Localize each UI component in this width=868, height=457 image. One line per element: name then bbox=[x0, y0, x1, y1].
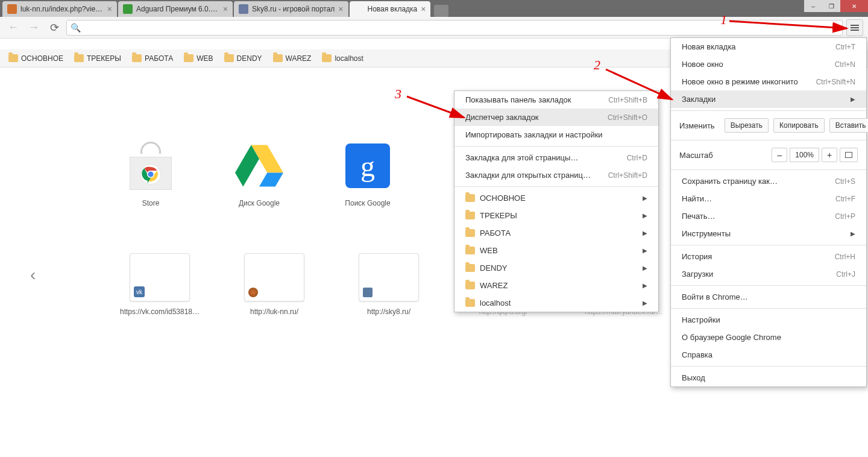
submenu-folder[interactable]: ОСНОВНОЕ▶ bbox=[454, 189, 658, 207]
bookmark-label: DENDY bbox=[237, 54, 262, 63]
google-drive-icon bbox=[235, 145, 283, 187]
tab-close-icon[interactable]: × bbox=[223, 4, 228, 14]
menu-help[interactable]: Справка bbox=[671, 346, 866, 364]
ntp-tile-drive[interactable]: Диск Google bbox=[229, 139, 289, 207]
edit-label: Изменить bbox=[679, 121, 715, 130]
ntp-recent-tile[interactable]: http://luk-nn.ru/ bbox=[235, 253, 313, 316]
site-icon bbox=[248, 288, 258, 297]
fullscreen-button[interactable] bbox=[840, 148, 858, 162]
browser-tab[interactable]: Sky8.ru - игровой портал × bbox=[234, 1, 348, 17]
menu-separator bbox=[454, 186, 658, 187]
menu-downloads[interactable]: ЗагрузкиCtrl+J bbox=[671, 265, 866, 283]
menu-exit[interactable]: Выход bbox=[671, 369, 866, 386]
reload-button[interactable]: ⟳ bbox=[46, 19, 63, 36]
tab-label: Новая вкладка bbox=[368, 5, 418, 13]
chrome-main-menu: Новая вкладкаCtrl+T Новое окноCtrl+N Нов… bbox=[670, 37, 867, 387]
omnibox[interactable]: 🔍 bbox=[66, 20, 843, 36]
zoom-out-button[interactable]: – bbox=[772, 148, 787, 162]
bookmark-folder[interactable]: localhost bbox=[322, 54, 363, 63]
submenu-bookmark-open-pages[interactable]: Закладки для открытых страниц…Ctrl+Shift… bbox=[454, 166, 658, 184]
chevron-right-icon: ▶ bbox=[643, 230, 647, 236]
bookmark-folder[interactable]: WAREZ bbox=[273, 54, 312, 63]
ntp-tile-google-search[interactable]: g Поиск Google bbox=[338, 139, 398, 207]
folder-icon bbox=[74, 54, 84, 62]
submenu-bookmark-manager[interactable]: Диспетчер закладокCtrl+Shift+O bbox=[454, 109, 658, 126]
submenu-folder[interactable]: РАБОТА▶ bbox=[454, 224, 658, 242]
chrome-menu-button[interactable] bbox=[846, 19, 863, 36]
browser-tab[interactable]: Adguard Премиум 6.0.22… × bbox=[118, 1, 233, 17]
window-maximize-button[interactable]: ❐ bbox=[822, 0, 840, 12]
menu-edit-row: Изменить Вырезать Копировать Вставить bbox=[671, 113, 866, 137]
navigation-toolbar: ← → ⟳ 🔍 bbox=[0, 17, 868, 39]
google-g-icon: g bbox=[345, 143, 390, 188]
fullscreen-icon bbox=[845, 152, 852, 158]
browser-tab[interactable]: luk-nn.ru/index.php?view… × bbox=[2, 1, 117, 17]
submenu-show-bookmarks-bar[interactable]: Показывать панель закладокCtrl+Shift+B bbox=[454, 91, 658, 109]
folder-icon bbox=[132, 54, 142, 62]
ntp-recent-tile[interactable]: http://sky8.ru/ bbox=[350, 253, 428, 316]
favicon-icon bbox=[239, 4, 248, 14]
tile-caption: Поиск Google bbox=[345, 199, 390, 207]
folder-icon bbox=[465, 229, 475, 237]
menu-bookmarks[interactable]: Закладки▶ bbox=[671, 90, 866, 108]
new-tab-button[interactable] bbox=[434, 5, 448, 17]
menu-history[interactable]: ИсторияCtrl+H bbox=[671, 248, 866, 265]
menu-new-tab[interactable]: Новая вкладкаCtrl+T bbox=[671, 38, 866, 55]
search-icon: 🔍 bbox=[71, 23, 81, 33]
zoom-in-button[interactable]: + bbox=[822, 148, 837, 162]
ntp-prev-arrow[interactable]: ‹ bbox=[30, 265, 36, 285]
submenu-import-bookmarks[interactable]: Импортировать закладки и настройки bbox=[454, 126, 658, 143]
folder-icon bbox=[465, 212, 475, 219]
browser-tab-active[interactable]: Новая вкладка × bbox=[350, 1, 431, 17]
chrome-store-icon bbox=[130, 142, 172, 190]
bookmark-folder[interactable]: DENDY bbox=[224, 54, 262, 63]
menu-print[interactable]: Печать…Ctrl+P bbox=[671, 207, 866, 225]
folder-icon bbox=[184, 54, 193, 62]
cut-button[interactable]: Вырезать bbox=[725, 118, 769, 133]
tab-close-icon[interactable]: × bbox=[338, 4, 343, 14]
tile-caption: http://sky8.ru/ bbox=[367, 307, 410, 316]
bookmark-folder[interactable]: ТРЕКЕРЫ bbox=[74, 54, 121, 63]
bookmark-folder[interactable]: ОСНОВНОЕ bbox=[8, 54, 63, 63]
menu-tools[interactable]: Инструменты▶ bbox=[671, 225, 866, 242]
folder-icon bbox=[465, 299, 475, 307]
tab-close-icon[interactable]: × bbox=[107, 4, 112, 14]
menu-new-window[interactable]: Новое окноCtrl+N bbox=[671, 55, 866, 73]
bookmark-folder[interactable]: WEB bbox=[184, 54, 213, 63]
window-close-button[interactable]: ✕ bbox=[840, 0, 868, 12]
submenu-folder[interactable]: localhost▶ bbox=[454, 294, 658, 312]
omnibox-input[interactable] bbox=[84, 23, 838, 32]
favicon-icon bbox=[354, 4, 364, 14]
forward-button[interactable]: → bbox=[25, 19, 42, 36]
window-minimize-button[interactable]: – bbox=[804, 0, 822, 12]
site-icon bbox=[363, 288, 373, 297]
menu-zoom-row: Масштаб – 100% + bbox=[671, 143, 866, 167]
zoom-value: 100% bbox=[790, 148, 819, 162]
menu-incognito[interactable]: Новое окно в режиме инкогнитоCtrl+Shift+… bbox=[671, 73, 866, 90]
menu-save-as[interactable]: Сохранить страницу как…Ctrl+S bbox=[671, 172, 866, 190]
tab-label: luk-nn.ru/index.php?view… bbox=[20, 5, 104, 13]
bookmark-label: ТРЕКЕРЫ bbox=[87, 54, 121, 63]
menu-settings[interactable]: Настройки bbox=[671, 311, 866, 329]
tab-close-icon[interactable]: × bbox=[421, 4, 426, 14]
submenu-folder[interactable]: ТРЕКЕРЫ▶ bbox=[454, 207, 658, 224]
chevron-right-icon: ▶ bbox=[643, 282, 647, 289]
back-button[interactable]: ← bbox=[5, 19, 22, 36]
copy-button[interactable]: Копировать bbox=[773, 118, 825, 133]
chevron-right-icon: ▶ bbox=[643, 300, 647, 306]
menu-separator bbox=[671, 308, 866, 309]
ntp-recent-tile[interactable]: vk https://vk.com/id53818… bbox=[121, 253, 199, 316]
zoom-label: Масштаб bbox=[679, 151, 713, 160]
tab-label: Adguard Премиум 6.0.22… bbox=[136, 5, 219, 13]
submenu-folder[interactable]: DENDY▶ bbox=[454, 259, 658, 277]
annotation-number-3: 3 bbox=[395, 86, 401, 102]
paste-button[interactable]: Вставить bbox=[829, 118, 868, 133]
menu-about[interactable]: О браузере Google Chrome bbox=[671, 329, 866, 346]
menu-find[interactable]: Найти…Ctrl+F bbox=[671, 190, 866, 207]
bookmark-folder[interactable]: РАБОТА bbox=[132, 54, 173, 63]
submenu-bookmark-this-page[interactable]: Закладка для этой страницы…Ctrl+D bbox=[454, 149, 658, 166]
ntp-tile-store[interactable]: Store bbox=[121, 139, 181, 207]
menu-signin[interactable]: Войти в Chrome… bbox=[671, 288, 866, 306]
submenu-folder[interactable]: WEB▶ bbox=[454, 242, 658, 259]
submenu-folder[interactable]: WAREZ▶ bbox=[454, 277, 658, 294]
